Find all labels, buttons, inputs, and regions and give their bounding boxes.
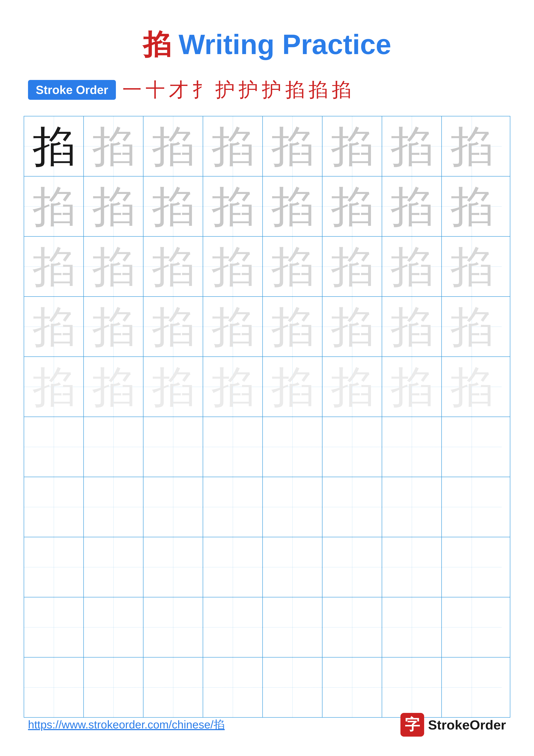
grid-cell[interactable] xyxy=(143,658,203,717)
grid-cell[interactable]: 掐 xyxy=(24,116,84,176)
grid-cell[interactable]: 掐 xyxy=(24,357,84,417)
grid-cell[interactable] xyxy=(143,597,203,657)
practice-char: 掐 xyxy=(152,185,195,228)
grid-cell[interactable]: 掐 xyxy=(442,116,501,176)
grid-cell[interactable]: 掐 xyxy=(382,237,442,296)
grid-cell[interactable] xyxy=(382,477,442,537)
grid-cell[interactable]: 掐 xyxy=(203,176,263,236)
grid-cell[interactable]: 掐 xyxy=(143,357,203,417)
grid-cell[interactable] xyxy=(382,597,442,657)
grid-cell[interactable] xyxy=(442,417,501,477)
grid-cell[interactable]: 掐 xyxy=(322,297,382,357)
practice-char: 掐 xyxy=(271,365,314,408)
grid-cell[interactable]: 掐 xyxy=(263,357,322,417)
practice-char: 掐 xyxy=(390,185,433,228)
grid-cell[interactable] xyxy=(84,417,143,477)
grid-cell[interactable]: 掐 xyxy=(322,357,382,417)
footer-url-link[interactable]: https://www.strokeorder.com/chinese/掐 xyxy=(28,717,225,732)
grid-cell[interactable] xyxy=(382,658,442,717)
grid-cell[interactable]: 掐 xyxy=(322,116,382,176)
page-title: 掐 Writing Practice xyxy=(0,0,534,64)
grid-cell[interactable]: 掐 xyxy=(263,176,322,236)
grid-cell[interactable] xyxy=(263,417,322,477)
practice-char: 掐 xyxy=(152,365,195,408)
grid-cell[interactable] xyxy=(84,597,143,657)
grid-cell[interactable]: 掐 xyxy=(143,297,203,357)
grid-cell[interactable]: 掐 xyxy=(382,297,442,357)
grid-cell[interactable] xyxy=(24,597,84,657)
practice-char: 掐 xyxy=(450,125,493,168)
grid-cell[interactable] xyxy=(382,417,442,477)
grid-cell[interactable] xyxy=(143,537,203,597)
grid-cell[interactable] xyxy=(322,597,382,657)
grid-cell[interactable] xyxy=(263,477,322,537)
grid-cell[interactable]: 掐 xyxy=(322,237,382,296)
grid-cell[interactable]: 掐 xyxy=(263,237,322,296)
stroke-6: 护 xyxy=(239,77,258,103)
grid-cell[interactable]: 掐 xyxy=(84,357,143,417)
grid-row: 掐 掐 掐 掐 掐 掐 掐 掐 xyxy=(24,297,510,357)
grid-cell[interactable]: 掐 xyxy=(442,357,501,417)
practice-char: 掐 xyxy=(390,305,433,348)
grid-cell[interactable] xyxy=(84,658,143,717)
grid-cell[interactable] xyxy=(24,477,84,537)
grid-cell[interactable]: 掐 xyxy=(442,237,501,296)
grid-cell[interactable] xyxy=(322,417,382,477)
grid-cell[interactable]: 掐 xyxy=(24,176,84,236)
practice-char: 掐 xyxy=(271,125,314,168)
grid-cell[interactable]: 掐 xyxy=(382,357,442,417)
grid-cell[interactable]: 掐 xyxy=(203,357,263,417)
grid-cell[interactable] xyxy=(143,477,203,537)
grid-cell[interactable] xyxy=(203,417,263,477)
grid-cell[interactable] xyxy=(24,417,84,477)
grid-cell[interactable]: 掐 xyxy=(442,297,501,357)
grid-cell[interactable]: 掐 xyxy=(84,116,143,176)
grid-cell[interactable] xyxy=(263,658,322,717)
grid-cell[interactable]: 掐 xyxy=(84,176,143,236)
grid-cell[interactable] xyxy=(203,597,263,657)
practice-char: 掐 xyxy=(211,125,254,168)
grid-row: 掐 掐 掐 掐 掐 掐 掐 掐 xyxy=(24,116,510,176)
stroke-4: 扌 xyxy=(192,77,212,103)
grid-cell[interactable]: 掐 xyxy=(203,116,263,176)
grid-cell[interactable]: 掐 xyxy=(84,237,143,296)
grid-cell[interactable] xyxy=(322,477,382,537)
practice-char: 掐 xyxy=(152,305,195,348)
grid-cell[interactable] xyxy=(143,417,203,477)
grid-cell[interactable]: 掐 xyxy=(84,297,143,357)
grid-row: 掐 掐 掐 掐 掐 掐 掐 掐 xyxy=(24,176,510,237)
grid-cell[interactable]: 掐 xyxy=(143,176,203,236)
grid-cell[interactable]: 掐 xyxy=(382,176,442,236)
grid-cell[interactable]: 掐 xyxy=(24,297,84,357)
grid-cell[interactable] xyxy=(263,597,322,657)
grid-cell[interactable] xyxy=(322,658,382,717)
stroke-order-badge: Stroke Order xyxy=(28,80,116,100)
grid-cell[interactable] xyxy=(84,537,143,597)
grid-cell[interactable]: 掐 xyxy=(263,116,322,176)
grid-cell[interactable] xyxy=(24,658,84,717)
grid-row: 掐 掐 掐 掐 掐 掐 掐 掐 xyxy=(24,237,510,297)
grid-cell[interactable]: 掐 xyxy=(143,237,203,296)
grid-cell[interactable] xyxy=(442,658,501,717)
practice-char: 掐 xyxy=(211,185,254,228)
grid-cell[interactable] xyxy=(382,537,442,597)
grid-cell[interactable]: 掐 xyxy=(203,297,263,357)
grid-cell[interactable] xyxy=(24,537,84,597)
grid-cell[interactable] xyxy=(203,477,263,537)
grid-cell[interactable] xyxy=(322,537,382,597)
grid-cell[interactable]: 掐 xyxy=(442,176,501,236)
grid-cell[interactable]: 掐 xyxy=(24,237,84,296)
grid-cell[interactable] xyxy=(263,537,322,597)
grid-cell[interactable] xyxy=(84,477,143,537)
grid-cell[interactable]: 掐 xyxy=(263,297,322,357)
grid-cell[interactable] xyxy=(203,537,263,597)
grid-cell[interactable]: 掐 xyxy=(203,237,263,296)
grid-cell[interactable]: 掐 xyxy=(143,116,203,176)
grid-cell[interactable] xyxy=(442,477,501,537)
grid-cell[interactable]: 掐 xyxy=(382,116,442,176)
grid-cell[interactable] xyxy=(442,597,501,657)
grid-cell[interactable] xyxy=(203,658,263,717)
grid-cell[interactable] xyxy=(442,537,501,597)
grid-row xyxy=(24,658,510,717)
grid-cell[interactable]: 掐 xyxy=(322,176,382,236)
